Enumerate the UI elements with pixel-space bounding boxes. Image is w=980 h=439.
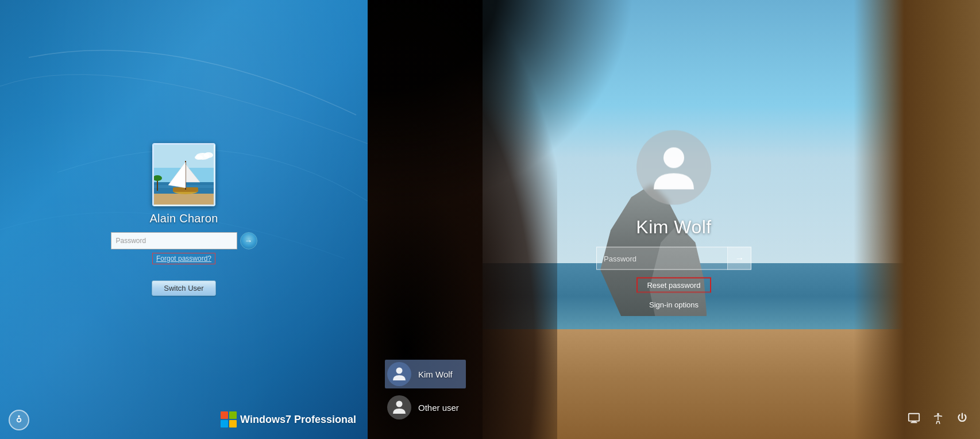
signin-options-link[interactable]: Sign-in options: [649, 301, 699, 309]
svg-rect-19: [229, 420, 237, 428]
svg-point-22: [396, 401, 403, 407]
svg-point-13: [204, 152, 213, 158]
user-avatar-win7: [152, 143, 215, 206]
svg-point-15: [18, 415, 20, 417]
password-row-win7: →: [111, 232, 257, 249]
user-list: Kim Wolf Other user: [385, 360, 466, 422]
svg-rect-24: [912, 421, 916, 422]
user-avatar-win10: [636, 130, 711, 205]
svg-point-26: [937, 413, 939, 415]
password-input-win7[interactable]: [111, 232, 237, 249]
system-icons: [908, 412, 969, 428]
svg-point-20: [663, 147, 684, 168]
username-win10: Kim Wolf: [636, 217, 711, 238]
svg-rect-4: [154, 194, 215, 206]
svg-rect-18: [221, 420, 228, 428]
accessibility-icon-win10[interactable]: [932, 412, 944, 428]
password-row-win10: →: [596, 247, 751, 270]
windows7-panel: Alain Charon → Forgot password? Switch U…: [0, 0, 368, 439]
user-avatar-kim: [387, 362, 411, 386]
user-avatar-icon: [651, 143, 697, 192]
svg-rect-25: [911, 422, 917, 423]
accessibility-button[interactable]: [9, 410, 29, 430]
accessibility-icon: [13, 414, 25, 426]
arrow-icon: →: [245, 236, 253, 245]
submit-button-win7[interactable]: →: [240, 232, 257, 249]
win7-text: Windows7 Professional: [240, 414, 356, 426]
cliff-right: [854, 0, 980, 439]
user-avatar-other: [387, 395, 411, 419]
reset-password-button[interactable]: Reset password: [637, 278, 710, 292]
arrow-icon-win10: →: [735, 253, 744, 264]
switch-user-button[interactable]: Switch User: [152, 280, 215, 296]
windows-logo: [221, 411, 237, 428]
login-box-win7: Alain Charon → Forgot password? Switch U…: [111, 143, 257, 296]
windows10-panel: Kim Wolf → Reset password Sign-in option…: [368, 0, 980, 439]
svg-rect-16: [221, 411, 228, 419]
user-list-item-kim[interactable]: Kim Wolf: [385, 360, 466, 388]
user-list-item-other[interactable]: Other user: [385, 393, 466, 422]
username-win7: Alain Charon: [149, 212, 218, 225]
power-icon[interactable]: [956, 412, 969, 428]
network-icon[interactable]: [908, 412, 920, 428]
user-name-other: Other user: [418, 403, 459, 413]
login-center-win10: Kim Wolf → Reset password Sign-in option…: [596, 130, 751, 309]
submit-button-win10[interactable]: →: [727, 247, 751, 270]
user-name-kim: Kim Wolf: [418, 369, 453, 379]
win7-branding: Windows7 Professional: [221, 411, 356, 428]
svg-point-21: [396, 368, 403, 374]
svg-rect-17: [229, 411, 237, 419]
user-icon-other: [392, 400, 406, 415]
avatar-image: [154, 145, 214, 205]
forgot-password-link[interactable]: Forgot password?: [152, 253, 215, 264]
svg-rect-23: [909, 414, 919, 421]
svg-point-14: [195, 155, 203, 160]
user-icon-kim: [392, 367, 406, 382]
